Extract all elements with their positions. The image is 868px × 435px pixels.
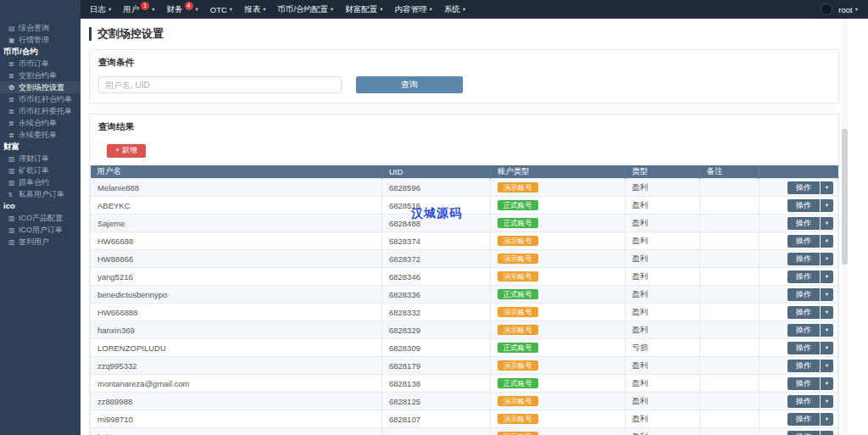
sidebar-item-label: ICO产品配置	[19, 213, 63, 224]
row-action-dropdown[interactable]: ▾	[821, 324, 833, 337]
sidebar-item[interactable]: ≣币币杠杆委托单	[0, 105, 81, 117]
cell-remark	[699, 321, 760, 339]
notification-badge: 4	[185, 2, 193, 10]
sidebar-item[interactable]: ▥ICO产品配置	[0, 212, 81, 224]
action-button-group: 操作▾	[787, 253, 833, 265]
nav-item[interactable]: 内容管理▾	[389, 0, 438, 19]
sidebar-item-label: 矿机订单	[19, 165, 49, 176]
sidebar-item[interactable]: ⚙交割场控设置	[0, 81, 81, 93]
nav-item-label: 内容管理	[395, 4, 427, 15]
row-action-button[interactable]: 操作	[787, 235, 820, 248]
user-menu[interactable]: root ▾	[838, 5, 858, 14]
sidebar-item[interactable]: ≣币币杠杆合约单	[0, 93, 81, 105]
cell-account-type: 演示账号	[490, 179, 625, 197]
table-row: montanareza@gmail.com6828138正式账号盈利操作▾	[91, 375, 838, 393]
table-row: HW888666828372演示账号盈利操作▾	[91, 250, 838, 268]
scrollbar[interactable]	[842, 19, 848, 435]
sidebar-item[interactable]: $私募用户订单	[0, 188, 81, 200]
cell-actions: 操作▾	[760, 410, 838, 428]
row-action-button[interactable]: 操作	[787, 288, 820, 301]
action-button-group: 操作▾	[787, 288, 833, 301]
cell-uid: 6828372	[381, 250, 490, 268]
nav-item[interactable]: 用户1▾	[117, 0, 160, 19]
row-action-button[interactable]: 操作	[787, 342, 820, 354]
cell-type: 亏损	[625, 339, 699, 357]
nav-item[interactable]: 币币/合约配置▾	[271, 0, 339, 19]
action-button-group: 操作▾	[787, 181, 833, 194]
row-action-dropdown[interactable]: ▾	[821, 377, 833, 390]
account-type-badge: 演示账号	[498, 432, 538, 435]
row-action-button[interactable]: 操作	[787, 413, 820, 426]
account-type-badge: 演示账号	[498, 396, 538, 407]
action-button-group: 操作▾	[787, 342, 833, 354]
nav-item[interactable]: 系统▾	[438, 0, 471, 19]
sidebar-item[interactable]: ▣行情管理	[0, 34, 81, 46]
cell-remark	[699, 410, 760, 428]
scrollbar-thumb[interactable]	[842, 129, 848, 265]
ico-config-icon: ▥	[8, 215, 19, 222]
sidebar-item[interactable]: ▥理财订单	[0, 153, 81, 165]
column-header: UID	[381, 165, 490, 179]
row-action-button[interactable]: 操作	[787, 324, 820, 337]
sidebar-item[interactable]: ▤综合查询	[0, 22, 81, 34]
nav-item[interactable]: 日志▾	[84, 0, 117, 19]
row-action-dropdown[interactable]: ▾	[821, 395, 833, 408]
user-avatar-icon[interactable]	[821, 3, 832, 15]
column-header: 备注	[699, 165, 760, 179]
add-button[interactable]: + 新增	[107, 144, 146, 158]
row-action-dropdown[interactable]: ▾	[821, 217, 833, 230]
search-input[interactable]	[98, 76, 342, 93]
cell-remark	[699, 339, 760, 357]
row-action-dropdown[interactable]: ▾	[821, 288, 833, 301]
cell-remark	[699, 232, 760, 250]
row-action-dropdown[interactable]: ▾	[821, 360, 833, 372]
sidebar-item[interactable]: ≣永续合约单	[0, 117, 81, 129]
cell-remark	[699, 286, 760, 304]
sidebar-item[interactable]: ▥签到用户	[0, 236, 81, 248]
cell-actions: 操作▾	[760, 375, 838, 393]
results-panel: 查询结果 + 新增 用户名UID账户类型类型备注 Melanie88868285…	[89, 114, 839, 435]
row-action-dropdown[interactable]: ▾	[821, 181, 833, 194]
action-button-group: 操作▾	[787, 270, 833, 283]
sidebar-item[interactable]: ≣交割合约单	[0, 70, 81, 81]
nav-item-label: 用户	[123, 4, 139, 15]
action-button-group: 操作▾	[787, 377, 833, 390]
row-action-dropdown[interactable]: ▾	[821, 199, 833, 212]
order-list-icon: ≣	[8, 108, 19, 115]
row-action-button[interactable]: 操作	[787, 306, 820, 319]
cell-uid: 6828488	[381, 215, 490, 232]
row-action-dropdown[interactable]: ▾	[821, 235, 833, 248]
row-action-button[interactable]: 操作	[787, 377, 820, 390]
row-action-button[interactable]: 操作	[787, 181, 820, 194]
nav-item[interactable]: 报表▾	[238, 0, 271, 19]
cell-remark	[699, 304, 760, 321]
nav-item[interactable]: OTC▾	[204, 0, 238, 19]
nav-item-label: 系统	[444, 4, 460, 15]
nav-item[interactable]: 财务4▾	[161, 0, 204, 19]
row-action-dropdown[interactable]: ▾	[821, 413, 833, 426]
sidebar-item[interactable]: ▥矿机订单	[0, 165, 81, 176]
row-action-button[interactable]: 操作	[787, 431, 820, 435]
nav-item[interactable]: 财富配置▾	[339, 0, 388, 19]
cell-type: 盈利	[625, 179, 699, 197]
row-action-button[interactable]: 操作	[787, 199, 820, 212]
row-action-button[interactable]: 操作	[787, 253, 820, 265]
row-action-button[interactable]: 操作	[787, 270, 820, 283]
row-action-dropdown[interactable]: ▾	[821, 253, 833, 265]
row-action-button[interactable]: 操作	[787, 217, 820, 230]
sidebar-item[interactable]: ▥跟单合约	[0, 176, 81, 188]
search-button[interactable]: 查询	[356, 76, 463, 93]
row-action-dropdown[interactable]: ▾	[821, 306, 833, 319]
cell-account-type: 演示账号	[490, 250, 625, 268]
row-action-dropdown[interactable]: ▾	[821, 270, 833, 283]
row-action-button[interactable]: 操作	[787, 395, 820, 408]
sidebar-item[interactable]: ≣永续委托单	[0, 129, 81, 141]
sidebar-item-label: 综合查询	[19, 23, 49, 34]
row-action-dropdown[interactable]: ▾	[821, 431, 833, 435]
sidebar-item[interactable]: ≣币币订单	[0, 58, 81, 70]
cell-actions: 操作▾	[760, 232, 838, 250]
row-action-dropdown[interactable]: ▾	[821, 342, 833, 354]
sidebar-item-label: ICO用户订单	[19, 225, 63, 236]
sidebar-item[interactable]: ▥ICO用户订单	[0, 224, 81, 236]
row-action-button[interactable]: 操作	[787, 360, 820, 372]
